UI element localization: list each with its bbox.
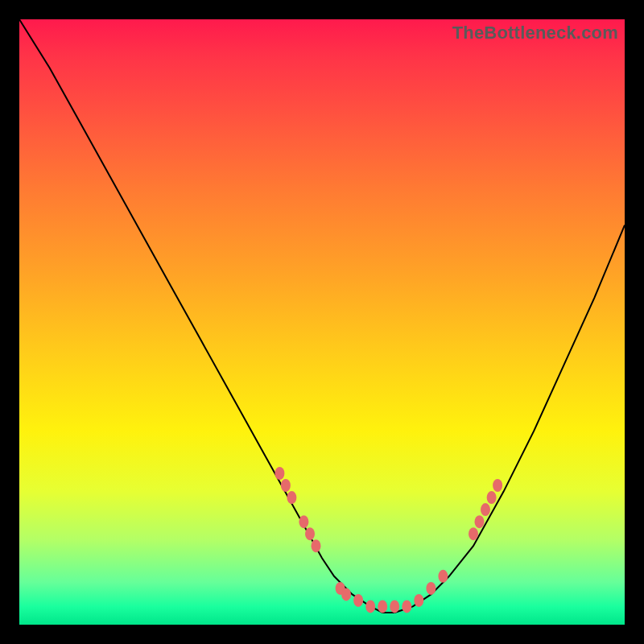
data-marker: [414, 594, 423, 607]
data-marker: [475, 515, 485, 528]
curve-right: [394, 225, 625, 613]
data-marker: [341, 588, 351, 601]
chart-frame: TheBottleneck.com: [0, 0, 644, 644]
data-marker: [299, 515, 308, 528]
data-marker: [481, 503, 490, 516]
data-marker: [353, 594, 363, 607]
data-marker: [426, 582, 436, 595]
chart-svg: [19, 19, 625, 625]
data-marker: [312, 539, 321, 552]
data-marker: [469, 527, 478, 540]
data-marker: [281, 479, 291, 492]
data-marker: [275, 467, 284, 480]
data-marker: [287, 491, 296, 504]
data-marker: [487, 491, 497, 504]
data-marker: [390, 600, 399, 613]
data-marker: [438, 570, 448, 583]
data-marker: [378, 600, 387, 613]
marker-group: [275, 467, 502, 613]
data-marker: [365, 600, 375, 613]
curve-left: [19, 19, 394, 613]
plot-area: TheBottleneck.com: [19, 19, 625, 625]
data-marker: [305, 527, 315, 540]
data-marker: [402, 600, 411, 613]
data-marker: [493, 479, 502, 492]
